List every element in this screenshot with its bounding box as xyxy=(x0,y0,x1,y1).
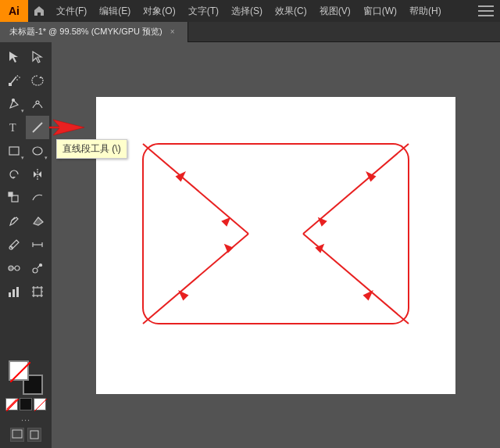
svg-point-8 xyxy=(12,99,15,102)
fill-color[interactable] xyxy=(9,360,29,381)
menu-object[interactable]: 对象(O) xyxy=(137,0,181,22)
direct-selection-tool[interactable] xyxy=(26,45,49,69)
pen-tool[interactable] xyxy=(2,92,26,116)
svg-rect-27 xyxy=(9,292,11,297)
fill-stroke-boxes[interactable] xyxy=(9,360,43,395)
svg-rect-4 xyxy=(9,83,12,86)
text-tool[interactable]: T xyxy=(2,116,26,139)
svg-marker-56 xyxy=(221,241,234,253)
ai-logo: Ai xyxy=(0,0,28,22)
tool-row-6 xyxy=(2,163,49,186)
lasso-tool[interactable] xyxy=(26,69,49,92)
canvas xyxy=(96,97,455,394)
menu-help[interactable]: 帮助(H) xyxy=(403,0,448,22)
rect-tool[interactable] xyxy=(2,139,26,163)
none-color[interactable] xyxy=(5,398,18,410)
svg-rect-12 xyxy=(9,147,19,155)
blend-tool[interactable] xyxy=(2,256,26,280)
svg-point-22 xyxy=(9,266,13,271)
column-graph-tool[interactable] xyxy=(2,280,26,303)
title-bar: Ai 文件(F) 编辑(E) 对象(O) 文字(T) 选择(S) 效果(C) 视… xyxy=(0,0,500,22)
tab-bar: 未标题-1* @ 99.58% (CMYK/GPU 预览) × xyxy=(0,22,500,42)
tool-row-7 xyxy=(2,186,49,210)
white-color[interactable] xyxy=(34,398,46,410)
menu-file[interactable]: 文件(F) xyxy=(50,0,93,22)
svg-line-52 xyxy=(143,234,248,324)
eyedropper-tool[interactable] xyxy=(2,233,26,256)
svg-rect-30 xyxy=(34,288,41,296)
tooltip: 直线段工具 (\) xyxy=(56,139,127,159)
tool-row-4: T xyxy=(2,116,49,139)
canvas-area[interactable] xyxy=(52,42,500,448)
curvature-tool[interactable] xyxy=(26,92,49,116)
eraser-tool[interactable] xyxy=(26,210,49,233)
svg-line-45 xyxy=(34,399,47,411)
rotate-tool[interactable] xyxy=(2,163,26,186)
tab-title: 未标题-1* @ 99.58% (CMYK/GPU 预览) xyxy=(9,26,162,38)
symbol-spray-tool[interactable] xyxy=(26,256,49,280)
tool-row-8 xyxy=(2,210,49,233)
svg-rect-16 xyxy=(9,192,12,196)
screen-mode-full[interactable] xyxy=(27,428,41,442)
svg-point-25 xyxy=(33,268,38,273)
tool-row-1 xyxy=(2,45,49,69)
svg-marker-59 xyxy=(363,168,377,181)
svg-line-44 xyxy=(6,399,19,411)
tool-row-11 xyxy=(2,280,49,303)
menu-select[interactable]: 选择(S) xyxy=(225,0,269,22)
svg-point-26 xyxy=(40,264,42,267)
tool-row-2 xyxy=(2,69,49,92)
shaper-tool[interactable] xyxy=(26,186,49,210)
menu-window[interactable]: 窗口(W) xyxy=(357,0,403,22)
svg-point-13 xyxy=(33,147,42,155)
svg-text:T: T xyxy=(9,122,16,134)
tool-row-3 xyxy=(2,92,49,116)
black-color[interactable] xyxy=(20,398,32,410)
svg-rect-2 xyxy=(478,15,494,16)
pencil-tool[interactable] xyxy=(2,210,26,233)
svg-marker-57 xyxy=(315,241,327,253)
more-tools-button[interactable]: ··· xyxy=(21,415,30,425)
selection-tool[interactable] xyxy=(2,45,26,69)
svg-line-11 xyxy=(33,123,42,132)
menu-bar: 文件(F) 编辑(E) 对象(O) 文字(T) 选择(S) 效果(C) 视图(V… xyxy=(50,0,478,22)
ellipse-tool[interactable] xyxy=(26,139,49,163)
svg-rect-46 xyxy=(12,430,22,438)
screen-mode-section xyxy=(10,428,41,442)
svg-line-43 xyxy=(10,362,30,382)
scale-tool[interactable] xyxy=(2,186,26,210)
artboard-tool[interactable] xyxy=(26,280,49,303)
svg-marker-58 xyxy=(176,168,189,181)
svg-rect-1 xyxy=(478,10,494,12)
active-tab[interactable]: 未标题-1* @ 99.58% (CMYK/GPU 预览) × xyxy=(0,22,188,42)
menu-edit[interactable]: 编辑(E) xyxy=(93,0,137,22)
tool-row-10 xyxy=(2,256,49,280)
screen-mode-normal[interactable] xyxy=(10,428,24,442)
line-segment-tool[interactable] xyxy=(26,116,49,139)
reflect-tool[interactable] xyxy=(26,163,49,186)
tool-row-9 xyxy=(2,233,49,256)
magic-wand-tool[interactable] xyxy=(2,69,26,92)
menu-effect[interactable]: 效果(C) xyxy=(269,0,313,22)
home-icon[interactable] xyxy=(28,0,50,22)
svg-rect-28 xyxy=(12,289,15,297)
main-layout: T xyxy=(0,42,500,448)
color-row xyxy=(3,398,48,410)
menu-text[interactable]: 文字(T) xyxy=(182,0,225,22)
drawing xyxy=(96,97,455,394)
svg-line-51 xyxy=(303,144,409,234)
menu-view[interactable]: 视图(V) xyxy=(313,0,357,22)
tool-row-5 xyxy=(2,139,49,163)
toolbar: T xyxy=(0,42,52,448)
measure-tool[interactable] xyxy=(26,233,49,256)
svg-line-50 xyxy=(143,144,248,234)
svg-rect-0 xyxy=(478,5,494,7)
tab-close-button[interactable]: × xyxy=(167,27,178,38)
svg-marker-55 xyxy=(315,214,327,227)
svg-rect-29 xyxy=(16,287,19,297)
svg-point-23 xyxy=(15,266,20,271)
svg-line-5 xyxy=(17,75,18,77)
color-section xyxy=(3,360,48,410)
